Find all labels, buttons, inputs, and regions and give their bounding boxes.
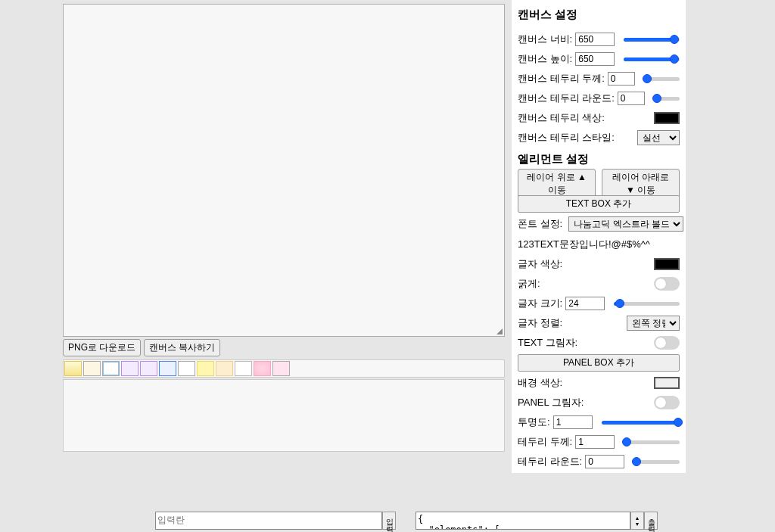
bg-color-label: 배경 색상: — [518, 376, 562, 390]
copy-canvas-button[interactable]: 캔버스 복사하기 — [144, 339, 220, 356]
border-round-slider[interactable] — [633, 460, 680, 464]
download-png-button[interactable]: PNG로 다운로드 — [63, 339, 141, 356]
element-settings-heading: 엘리먼트 설정 — [518, 152, 680, 166]
text-color-label: 글자 색상: — [518, 257, 562, 271]
template-thumb[interactable] — [159, 361, 176, 376]
layer-down-button[interactable]: 레이어 아래로 ▼ 이동 — [602, 169, 680, 199]
canvas-border-thickness-input[interactable] — [608, 72, 635, 86]
text-align-select[interactable]: 왼쪽 정렬 — [627, 316, 680, 331]
secondary-panel — [63, 379, 505, 452]
text-align-label: 글자 정렬: — [518, 316, 562, 330]
font-size-label: 글자 크기: — [518, 297, 562, 310]
template-thumb[interactable] — [121, 361, 139, 376]
canvas-border-thickness-label: 캔버스 테두리 두께: — [518, 72, 605, 86]
template-thumb[interactable] — [83, 361, 101, 376]
template-thumb[interactable] — [272, 361, 290, 376]
template-thumb[interactable] — [197, 361, 214, 376]
panel-shadow-toggle[interactable] — [654, 396, 680, 409]
font-size-input[interactable] — [565, 297, 605, 310]
font-label: 폰트 설정: — [518, 217, 562, 231]
template-thumb[interactable] — [140, 361, 157, 376]
canvas-area[interactable] — [63, 4, 505, 337]
opacity-label: 투명도: — [518, 415, 550, 429]
output-spinner[interactable]: ▲▼ — [630, 512, 644, 530]
border-thickness-slider[interactable] — [624, 440, 680, 444]
output-textarea[interactable]: { "elements": [ — [416, 512, 630, 530]
template-thumbnail-strip — [63, 359, 505, 378]
opacity-slider[interactable] — [602, 421, 680, 425]
add-textbox-button[interactable]: TEXT BOX 추가 — [518, 195, 680, 213]
canvas-width-slider[interactable] — [624, 38, 680, 42]
opacity-input[interactable] — [553, 415, 593, 429]
canvas-border-round-label: 캔버스 테두리 라운드: — [518, 92, 615, 105]
text-shadow-toggle[interactable] — [654, 336, 680, 350]
border-thickness-label: 테두리 두께: — [518, 435, 572, 449]
canvas-border-thickness-slider[interactable] — [644, 77, 680, 81]
font-size-slider[interactable] — [614, 302, 680, 306]
settings-panel: 캔버스 설정 캔버스 너비: 캔버스 높이: 캔버스 테두리 두께: 캔버스 테… — [512, 0, 686, 473]
template-thumb[interactable] — [216, 361, 233, 376]
template-thumb[interactable] — [254, 361, 271, 376]
template-thumb[interactable] — [64, 361, 82, 376]
canvas-settings-heading: 캔버스 설정 — [518, 8, 680, 22]
input-textarea[interactable] — [155, 512, 382, 530]
template-thumb[interactable] — [235, 361, 252, 376]
add-panelbox-button[interactable]: PANEL BOX 추가 — [518, 354, 680, 372]
text-shadow-label: TEXT 그림자: — [518, 336, 577, 350]
canvas-height-slider[interactable] — [624, 58, 680, 61]
canvas-border-color-swatch[interactable] — [654, 112, 680, 124]
canvas-height-label: 캔버스 높이: — [518, 52, 572, 66]
canvas-border-round-slider[interactable] — [654, 97, 680, 101]
text-color-swatch[interactable] — [654, 258, 680, 270]
font-sample-text: 123TEXT문장입니다!@#$%^^ — [518, 238, 680, 251]
border-thickness-input[interactable] — [575, 435, 615, 449]
font-select[interactable]: 나눔고딕 엑스트라 볼드 — [568, 216, 683, 232]
bold-toggle[interactable] — [654, 277, 680, 291]
resize-handle-icon[interactable] — [496, 328, 503, 334]
canvas-border-style-select[interactable]: 실선 — [637, 130, 680, 145]
panel-shadow-label: PANEL 그림자: — [518, 396, 584, 409]
canvas-width-label: 캔버스 너비: — [518, 33, 572, 46]
canvas-width-input[interactable] — [575, 33, 615, 46]
canvas-height-input[interactable] — [575, 52, 615, 66]
output-submit-button[interactable]: 출력 — [644, 512, 658, 530]
border-round-label: 테두리 라운드: — [518, 455, 582, 468]
template-thumb[interactable] — [102, 361, 120, 376]
bg-color-swatch[interactable] — [654, 377, 680, 389]
layer-up-button[interactable]: 레이어 위로 ▲ 이동 — [518, 169, 596, 199]
input-submit-button[interactable]: 입력 — [382, 512, 396, 530]
border-round-input[interactable] — [585, 455, 624, 468]
canvas-border-color-label: 캔버스 테두리 색상: — [518, 111, 605, 125]
canvas-border-style-label: 캔버스 테두리 스타일: — [518, 131, 615, 145]
bold-label: 굵게: — [518, 277, 540, 291]
canvas-border-round-input[interactable] — [618, 92, 645, 105]
template-thumb[interactable] — [178, 361, 195, 376]
